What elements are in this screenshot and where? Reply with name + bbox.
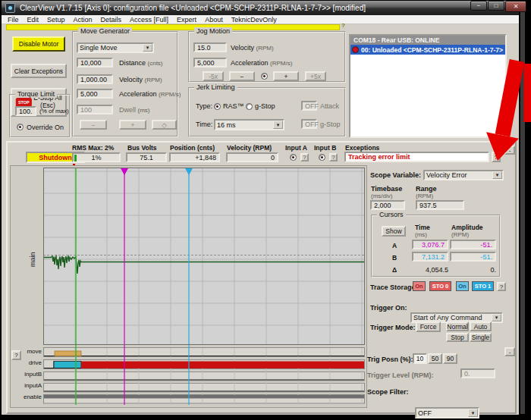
sto0-button[interactable]: STO 0	[429, 281, 451, 291]
trigger-stop-button[interactable]: Stop	[446, 333, 469, 342]
cursor-delta-time: 4,054.5	[412, 266, 448, 274]
sto0-on-button[interactable]: On	[413, 281, 426, 291]
trigger-force-button[interactable]: Force	[416, 321, 441, 332]
rms-label: RMS Max: 2%	[72, 144, 114, 152]
trigger-auto-button[interactable]: Auto	[470, 321, 492, 331]
trigger-level-field[interactable]: 0.	[460, 368, 495, 378]
cursor-a-label: A	[392, 242, 397, 249]
scope-plot[interactable]	[43, 168, 365, 345]
trigger-single-button[interactable]: Single	[470, 333, 492, 342]
distance-field[interactable]: 10,000	[77, 58, 113, 67]
screen: ClearView V1.7.15 [Axis 0]: configuratio…	[0, 0, 531, 420]
disable-motor-button[interactable]: Disable Motor	[12, 36, 65, 52]
chevron-down-icon[interactable]	[143, 44, 152, 52]
scope-variable-label: Scope Variable:	[370, 171, 421, 179]
trace-storage-help-button[interactable]: ?	[497, 282, 506, 291]
menu-teknicdevonly[interactable]: TeknicDevOnly	[231, 16, 277, 24]
menu-file[interactable]: File	[8, 16, 19, 24]
jog-velocity-field[interactable]: 15.0	[193, 42, 227, 52]
jog-minus-button[interactable]: −	[229, 71, 255, 81]
window-right-border	[520, 12, 525, 414]
velocity-value: 0	[226, 152, 278, 162]
drive-fault-bar	[81, 362, 364, 369]
close-button[interactable]: ✕	[505, 1, 526, 12]
cursors-show-button[interactable]: Show	[382, 226, 406, 237]
cursor-b-time-field[interactable]: 7,131.2	[412, 252, 448, 262]
node-status-icon	[352, 46, 359, 53]
cursor-a-time-field[interactable]: 3,076.7	[412, 240, 448, 249]
scope-filter-dropdown[interactable]: OFF	[415, 407, 479, 418]
jog-acceleration-field[interactable]: 5,000	[193, 58, 227, 67]
input-b-help-button[interactable]: ?	[329, 153, 338, 161]
maximize-button[interactable]: □	[488, 1, 504, 11]
chevron-down-icon[interactable]	[492, 314, 501, 321]
menu-edit[interactable]: Edit	[27, 16, 39, 24]
com-node-row[interactable]: 00: Unloaded <CPM-SCHP-2311P-RLNA-1-7-7>	[350, 45, 505, 55]
move-cycle-button[interactable]: ◇	[152, 120, 177, 130]
menu-setup[interactable]: Setup	[47, 16, 65, 24]
menu-about[interactable]: About	[205, 16, 223, 24]
jog-direction-radio[interactable]	[261, 73, 268, 80]
exceptions-help-button[interactable]: ?	[492, 152, 501, 162]
chevron-down-icon[interactable]	[468, 409, 478, 417]
menu-action[interactable]: Action	[74, 16, 93, 24]
move-minus-button[interactable]: −	[80, 120, 107, 130]
trig-posn-10-button[interactable]: 10	[413, 353, 427, 364]
jerk-time-dropdown[interactable]: 16 ms	[214, 119, 284, 130]
position-label: Position (cnts)	[170, 144, 215, 152]
input-a-help-button[interactable]: ?	[300, 153, 309, 161]
titlebar[interactable]: ClearView V1.7.15 [Axis 0]: configuratio…	[2, 1, 519, 15]
chevron-down-icon[interactable]	[273, 121, 283, 129]
exceptions-field: Tracking error limit	[344, 152, 489, 162]
collapse-exceptions-button[interactable]: -	[504, 146, 515, 155]
move-active-bar	[55, 351, 81, 356]
jerk-limiting-group: Jerk Limiting Type: RAS™ g-Stop OFF Atta…	[188, 87, 346, 137]
input-b-indicator	[319, 154, 325, 161]
dwell-field[interactable]: 100	[77, 105, 113, 114]
jog-plus5x-button[interactable]: +5x	[305, 71, 326, 81]
scope-filter-label: Scope Filter:	[367, 388, 409, 396]
gstop-radio[interactable]	[246, 103, 253, 110]
channel-label-move: move	[17, 348, 42, 355]
drive-ready-bar	[54, 362, 81, 368]
cursor-delta-amp: 0.	[450, 266, 496, 274]
channel-label-enable: enable	[17, 393, 42, 400]
menu-expert[interactable]: Expert	[177, 16, 196, 24]
gstop-value-field[interactable]: OFF	[301, 119, 317, 129]
range-field[interactable]: 937.5	[416, 200, 464, 210]
acceleration-field[interactable]: 5,000	[77, 89, 113, 99]
menu-details[interactable]: Details	[101, 16, 122, 24]
move-mode-dropdown[interactable]: Single Move	[77, 42, 154, 53]
cursor-delta-label: Δ	[392, 266, 397, 274]
cursors-group: Cursors Show Time (ms) Amplitude (RPM) A…	[371, 215, 501, 277]
torque-limit-field[interactable]: 100.	[15, 106, 36, 116]
position-value: +1,848	[169, 152, 220, 162]
move-plus-button[interactable]: +	[119, 120, 146, 130]
highlight-help-mark: ?	[341, 22, 345, 29]
rms-meter: 1%	[72, 152, 121, 162]
attack-field[interactable]: OFF	[301, 101, 317, 111]
timebase-field[interactable]: 2,000	[370, 200, 405, 210]
torque-override-radio[interactable]	[17, 124, 24, 130]
trig-posn-50-button[interactable]: 50	[428, 353, 442, 364]
jog-plus-button[interactable]: +	[273, 71, 299, 81]
jog-minus5x-button[interactable]: -5x	[203, 71, 224, 81]
torque-limit-unit: (% of max)	[39, 108, 69, 114]
ras-radio[interactable]	[214, 103, 221, 110]
clear-exceptions-button[interactable]: Clear Exceptions	[11, 64, 67, 78]
menu-access[interactable]: Access [Full]	[130, 16, 168, 24]
sto1-on-button[interactable]: On	[456, 281, 469, 291]
scope-variable-dropdown[interactable]: Velocity Error	[423, 170, 504, 180]
cursor-b-label: B	[392, 254, 397, 262]
minimize-button[interactable]: −	[470, 1, 487, 11]
chevron-down-icon[interactable]	[492, 171, 502, 179]
scope-main-label: main	[29, 252, 36, 267]
digital-channels-plot[interactable]	[43, 345, 365, 405]
sto1-button[interactable]: STO 1	[472, 281, 494, 291]
collapse-right-panel-button[interactable]: -	[504, 347, 515, 356]
velocity-field[interactable]: 1,000.00	[77, 74, 113, 84]
trigger-normal-button[interactable]: Normal	[446, 321, 469, 331]
timebase-label: Timebase	[371, 185, 402, 193]
app-icon	[5, 3, 15, 13]
trig-posn-90-button[interactable]: 90	[443, 353, 457, 364]
